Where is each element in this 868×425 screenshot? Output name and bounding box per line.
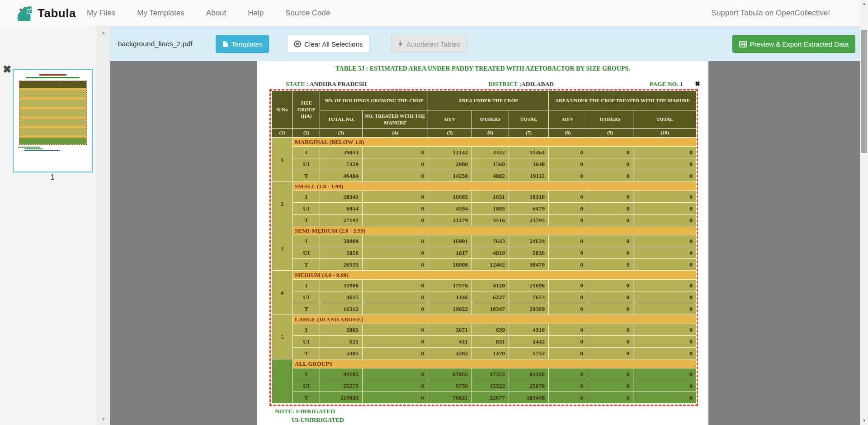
- clear-all-selections-button[interactable]: Clear All Selections: [287, 35, 369, 53]
- thumbnail-page-number: 1: [13, 173, 93, 181]
- selection-close-icon[interactable]: ✖: [695, 80, 700, 87]
- document-table-title: TABLE 5J : ESTIMATED AREA UNDER PADDY TR…: [257, 65, 708, 72]
- page-scrollbar[interactable]: ▲ ▼: [860, 0, 868, 425]
- scroll-up-icon[interactable]: ▲: [860, 0, 868, 8]
- thumbnail-mini-table: [19, 81, 87, 145]
- document-toolbar: background_lines_2.pdf Templates Clear A…: [110, 26, 860, 61]
- thumb-subtitle-line: [26, 77, 80, 78]
- doc-note-2: UI-UNIRRIGATED: [292, 416, 344, 424]
- nav-links: My Files My Templates About Help Source …: [76, 0, 341, 26]
- circle-x-icon: [294, 40, 301, 48]
- table-grid-icon: [739, 41, 747, 48]
- pdf-viewer-area: TABLE 5J : ESTIMATED AREA UNDER PADDY TR…: [110, 61, 860, 425]
- page-thumbnail[interactable]: [13, 69, 93, 172]
- doc-note-1: NOTE: I-IRRIGATED: [275, 408, 335, 415]
- nav-item-about[interactable]: About: [195, 9, 237, 18]
- district-field: DISTRICT :ADILABAD: [488, 81, 554, 88]
- autodetect-tables-button[interactable]: Autodetect Tables: [391, 35, 467, 53]
- support-link[interactable]: Support Tabula on OpenCollective!: [712, 0, 830, 26]
- preview-export-button[interactable]: Preview & Export Extracted Data: [732, 35, 855, 53]
- scroll-up-icon[interactable]: ▲: [97, 30, 110, 35]
- pdf-page[interactable]: TABLE 5J : ESTIMATED AREA UNDER PADDY TR…: [257, 61, 708, 425]
- template-document-icon: [222, 41, 228, 48]
- document-filename: background_lines_2.pdf: [118, 26, 193, 61]
- nav-item-my-templates[interactable]: My Templates: [126, 9, 195, 18]
- state-field: STATE : ANDHRA PRADESH: [286, 81, 367, 88]
- scroll-down-icon[interactable]: ▼: [860, 417, 868, 425]
- scrollbar-thumb[interactable]: [861, 30, 867, 153]
- tabula-logo-icon: [17, 5, 33, 22]
- top-navbar: Tabula My Files My Templates About Help …: [0, 0, 868, 26]
- nav-item-help[interactable]: Help: [237, 9, 274, 18]
- brand-title: Tabula: [38, 6, 76, 20]
- scroll-down-icon[interactable]: ▼: [97, 416, 110, 421]
- nav-item-source-code[interactable]: Source Code: [274, 9, 341, 18]
- thumb-title-line: [39, 74, 66, 76]
- thumbnail-sidebar: ✖ 1: [0, 26, 97, 425]
- sidebar-scrollbar[interactable]: ▲ ▼: [97, 26, 110, 425]
- remove-page-icon[interactable]: ✖: [3, 64, 11, 75]
- table-selection-box[interactable]: [269, 89, 698, 406]
- thumbnail-notes: [18, 147, 92, 151]
- templates-button[interactable]: Templates: [216, 35, 269, 53]
- page-no-field: PAGE NO. 1: [650, 81, 683, 88]
- brand-link[interactable]: Tabula: [17, 4, 76, 22]
- nav-item-my-files[interactable]: My Files: [76, 9, 126, 18]
- lightning-bolt-icon: [398, 40, 403, 48]
